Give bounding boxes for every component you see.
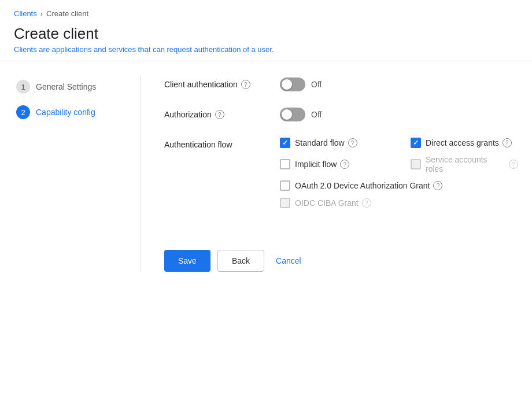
implicit-flow-checkbox[interactable] <box>280 159 290 169</box>
implicit-flow-checkbox-box <box>280 159 290 169</box>
breadcrumb-current: Create client <box>46 9 88 18</box>
content-area: 1 General Settings 2 Capability config C… <box>0 61 532 286</box>
standard-flow-label: Standard flow ? <box>295 138 357 147</box>
oidc-ciba-grant-item: OIDC CIBA Grant ? <box>280 198 518 208</box>
breadcrumb-parent-link[interactable]: Clients <box>14 9 37 18</box>
sidebar-item-label-capability-config: Capability config <box>36 108 95 117</box>
direct-access-grants-checkbox-box: ✓ <box>411 138 421 148</box>
service-accounts-roles-checkbox <box>411 159 421 169</box>
oidc-ciba-grant-checkbox <box>280 198 290 208</box>
oidc-ciba-grant-label: OIDC CIBA Grant ? <box>295 198 371 208</box>
authorization-row: Authorization ? Off <box>164 108 518 121</box>
cancel-button[interactable]: Cancel <box>271 250 306 272</box>
button-row: Save Back Cancel <box>164 238 518 272</box>
sidebar: 1 General Settings 2 Capability config <box>14 75 141 272</box>
service-accounts-roles-help-icon: ? <box>509 160 518 169</box>
authorization-toggle[interactable] <box>280 108 305 121</box>
standard-flow-checkbox[interactable]: ✓ <box>280 138 290 148</box>
implicit-flow-item: Implicit flow ? <box>280 155 387 173</box>
oidc-ciba-grant-help-icon: ? <box>362 198 371 208</box>
standard-flow-checkmark: ✓ <box>282 139 288 146</box>
authorization-toggle-label: Off <box>311 110 322 119</box>
sidebar-item-label-general-settings: General Settings <box>36 82 96 91</box>
authentication-flow-label: Authentication flow <box>164 138 280 149</box>
direct-access-grants-checkmark: ✓ <box>413 139 419 146</box>
direct-access-grants-label: Direct access grants ? <box>426 138 512 147</box>
oauth-device-auth-help-icon[interactable]: ? <box>433 181 442 190</box>
standard-flow-checkbox-box: ✓ <box>280 138 290 148</box>
authorization-control: Off <box>280 108 322 121</box>
standard-flow-help-icon[interactable]: ? <box>348 138 357 147</box>
direct-access-grants-help-icon[interactable]: ? <box>503 138 512 147</box>
oauth-device-auth-label: OAuth 2.0 Device Authorization Grant ? <box>295 181 442 190</box>
client-authentication-toggle-label: Off <box>311 80 322 89</box>
client-authentication-row: Client authentication ? Off <box>164 77 518 91</box>
oauth-device-auth-checkbox-box <box>280 180 290 191</box>
service-accounts-roles-checkbox-box <box>411 159 421 169</box>
oauth-device-auth-item: OAuth 2.0 Device Authorization Grant ? <box>280 180 518 191</box>
implicit-flow-label: Implicit flow ? <box>295 160 349 169</box>
breadcrumb-separator: › <box>40 9 43 18</box>
auth-flow-grid: ✓ Standard flow ? ✓ <box>280 138 518 215</box>
page-header: Create client Clients are applications a… <box>0 23 532 61</box>
oauth-device-auth-checkbox[interactable] <box>280 180 290 191</box>
page-title: Create client <box>14 25 518 43</box>
implicit-flow-help-icon[interactable]: ? <box>340 160 349 169</box>
sidebar-item-general-settings[interactable]: 1 General Settings <box>14 75 127 98</box>
authorization-help-icon[interactable]: ? <box>215 110 224 119</box>
authentication-flow-row: Authentication flow ✓ Standard flow ? <box>164 138 518 215</box>
client-authentication-toggle[interactable] <box>280 77 305 91</box>
client-authentication-control: Off <box>280 77 322 91</box>
direct-access-grants-checkbox[interactable]: ✓ <box>411 138 421 148</box>
client-authentication-label: Client authentication ? <box>164 77 280 89</box>
save-button[interactable]: Save <box>164 250 210 272</box>
breadcrumb: Clients › Create client <box>0 0 532 23</box>
direct-access-grants-item: ✓ Direct access grants ? <box>411 138 518 148</box>
oidc-ciba-grant-checkbox-box <box>280 198 290 208</box>
client-authentication-help-icon[interactable]: ? <box>241 80 250 89</box>
step-number-1: 1 <box>16 80 30 94</box>
standard-flow-item: ✓ Standard flow ? <box>280 138 387 148</box>
service-accounts-roles-label: Service accounts roles ? <box>426 155 518 173</box>
main-form: Client authentication ? Off Authorizatio… <box>141 75 518 272</box>
page-subtitle: Clients are applications and services th… <box>14 45 518 54</box>
back-button[interactable]: Back <box>217 250 264 272</box>
authentication-flow-options: ✓ Standard flow ? ✓ <box>280 138 518 215</box>
step-number-2: 2 <box>16 105 30 119</box>
authorization-label: Authorization ? <box>164 108 280 119</box>
service-accounts-roles-item: Service accounts roles ? <box>411 155 518 173</box>
sidebar-item-capability-config[interactable]: 2 Capability config <box>14 101 127 124</box>
